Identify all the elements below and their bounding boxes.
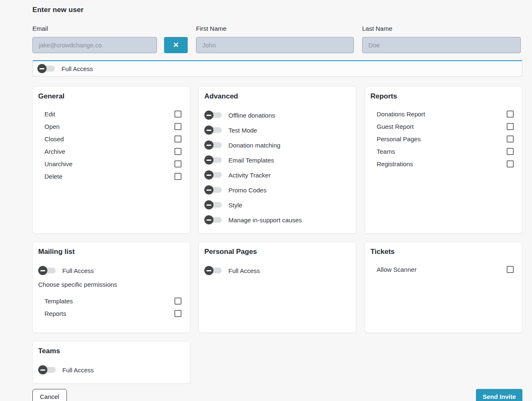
toggle-label: Donation matching: [228, 142, 280, 149]
cancel-button[interactable]: Cancel: [32, 389, 67, 401]
checkbox-row-donations-report: Donations Report: [370, 108, 514, 120]
checkbox-row-closed: Closed: [38, 133, 181, 145]
toggle-label: Promo Codes: [228, 187, 267, 194]
page-title: Enter new user: [32, 6, 522, 14]
checkbox-row-teams: Teams: [370, 145, 514, 157]
card-title: Personal Pages: [204, 248, 348, 256]
checkbox[interactable]: [174, 298, 181, 305]
form-footer: Cancel Send Invite: [32, 389, 522, 401]
permission-card-mailing-list: Mailing listFull AccessChoose specific p…: [32, 242, 190, 333]
first-name-field-group: First Name: [196, 25, 354, 53]
toggle-off-icon[interactable]: [204, 185, 222, 194]
card-title: General: [38, 92, 181, 101]
checkbox-row-archive: Archive: [38, 145, 181, 157]
last-name-field[interactable]: [362, 37, 521, 53]
first-name-field[interactable]: [196, 37, 354, 53]
checkbox[interactable]: [507, 266, 514, 273]
checkbox[interactable]: [174, 111, 181, 118]
toggle-off-icon[interactable]: [38, 266, 56, 275]
email-field-group: Email ✕: [32, 25, 188, 53]
toggle-row-manage-in-support-causes[interactable]: Manage in-support causes: [204, 212, 348, 227]
toggle-row-full-access[interactable]: Full Access: [38, 362, 181, 377]
toggle-off-icon[interactable]: [204, 125, 222, 135]
card-title: Reports: [370, 92, 514, 101]
checkbox-row-delete: Delete: [38, 170, 181, 182]
toggle-off-icon[interactable]: [204, 215, 222, 224]
toggle-off-icon[interactable]: [38, 365, 56, 374]
card-title: Mailing list: [38, 248, 181, 256]
toggle-row-activity-tracker[interactable]: Activity Tracker: [204, 167, 348, 182]
checkbox-label: Reports: [38, 310, 66, 317]
checkbox-label: Teams: [370, 148, 395, 155]
clear-email-button[interactable]: ✕: [164, 37, 188, 53]
toggle-label: Offline donations: [228, 112, 275, 119]
first-name-label: First Name: [196, 25, 354, 32]
card-title: Teams: [38, 347, 181, 355]
toggle-label: Full Access: [62, 367, 94, 374]
checkbox[interactable]: [174, 135, 181, 143]
checkbox-label: Archive: [38, 148, 65, 155]
checkbox[interactable]: [174, 160, 181, 167]
checkbox[interactable]: [507, 160, 514, 167]
checkbox-label: Unarchive: [38, 160, 73, 167]
toggle-row-email-templates[interactable]: Email Templates: [204, 153, 348, 167]
new-user-page: Enter new user Email ✕ First Name Last N…: [0, 0, 532, 401]
toggle-row-style[interactable]: Style: [204, 197, 348, 212]
toggle-off-icon[interactable]: [204, 111, 222, 120]
checkbox-row-edit: Edit: [38, 108, 181, 120]
checkbox[interactable]: [174, 148, 181, 155]
email-label: Email: [32, 25, 188, 32]
email-field[interactable]: [32, 37, 157, 53]
toggle-off-icon[interactable]: [37, 64, 55, 73]
toggle-row-full-access[interactable]: Full Access: [38, 263, 181, 278]
checkbox-label: Allow Scanner: [370, 266, 417, 273]
toggle-label: Style: [228, 202, 242, 209]
checkbox-label: Templates: [38, 298, 73, 305]
toggle-off-icon[interactable]: [204, 200, 222, 209]
card-subheading: Choose specific permissions: [38, 281, 181, 288]
toggle-row-offline-donations[interactable]: Offline donations: [204, 108, 348, 123]
checkbox-label: Open: [38, 123, 60, 130]
checkbox[interactable]: [174, 310, 181, 317]
user-details-form-row: Email ✕ First Name Last Name: [32, 25, 522, 53]
checkbox[interactable]: [507, 111, 514, 118]
toggle-label: Email Templates: [228, 157, 274, 164]
toggle-label: Activity Tracker: [228, 172, 271, 179]
toggle-row-promo-codes[interactable]: Promo Codes: [204, 182, 348, 197]
checkbox-label: Donations Report: [370, 111, 425, 118]
toggle-row-test-mode[interactable]: Test Mode: [204, 123, 348, 138]
full-access-label: Full Access: [61, 65, 93, 72]
permission-card-general: GeneralEditOpenClosedArchiveUnarchiveDel…: [32, 86, 190, 234]
checkbox-label: Edit: [38, 111, 55, 118]
permission-card-teams: TeamsFull Access: [32, 341, 190, 384]
checkbox[interactable]: [507, 123, 514, 130]
toggle-row-full-access[interactable]: Full Access: [204, 263, 348, 278]
permission-card-tickets: TicketsAllow Scanner: [365, 242, 522, 333]
checkbox-label: Delete: [38, 173, 62, 180]
checkbox[interactable]: [174, 173, 181, 180]
toggle-off-icon[interactable]: [204, 170, 222, 180]
checkbox-row-open: Open: [38, 120, 181, 133]
checkbox-row-unarchive: Unarchive: [38, 157, 181, 170]
checkbox[interactable]: [507, 148, 514, 155]
checkbox[interactable]: [507, 135, 514, 143]
checkbox-label: Guest Report: [370, 123, 414, 130]
last-name-label: Last Name: [362, 25, 521, 32]
checkbox[interactable]: [174, 123, 181, 130]
checkbox-row-reports: Reports: [38, 307, 181, 320]
card-title: Tickets: [370, 248, 514, 256]
toggle-row-donation-matching[interactable]: Donation matching: [204, 138, 348, 153]
send-invite-button[interactable]: Send Invite: [476, 389, 522, 401]
checkbox-row-allow-scanner: Allow Scanner: [370, 263, 514, 276]
toggle-label: Full Access: [228, 267, 260, 274]
permissions-grid: GeneralEditOpenClosedArchiveUnarchiveDel…: [32, 86, 522, 384]
checkbox-label: Personal Pages: [370, 135, 421, 143]
toggle-off-icon[interactable]: [204, 155, 222, 165]
full-access-master-toggle[interactable]: Full Access: [32, 60, 522, 76]
close-icon: ✕: [173, 41, 179, 49]
toggle-off-icon[interactable]: [204, 140, 222, 150]
checkbox-row-guest-report: Guest Report: [370, 120, 514, 133]
toggle-off-icon[interactable]: [204, 266, 222, 275]
permission-card-personal-pages: Personal PagesFull Access: [199, 242, 356, 333]
permission-card-reports: ReportsDonations ReportGuest ReportPerso…: [365, 86, 522, 234]
